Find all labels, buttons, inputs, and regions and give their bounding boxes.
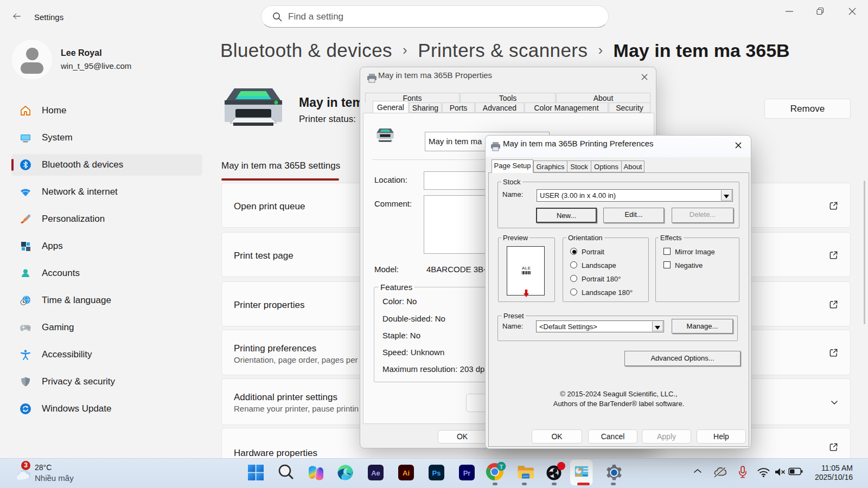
svg-text:Ai: Ai: [403, 469, 410, 477]
svg-text:Pr: Pr: [463, 469, 470, 477]
svg-text:T: T: [499, 464, 503, 470]
svg-text:Ae: Ae: [371, 469, 380, 477]
svg-text:Ps: Ps: [432, 469, 441, 477]
